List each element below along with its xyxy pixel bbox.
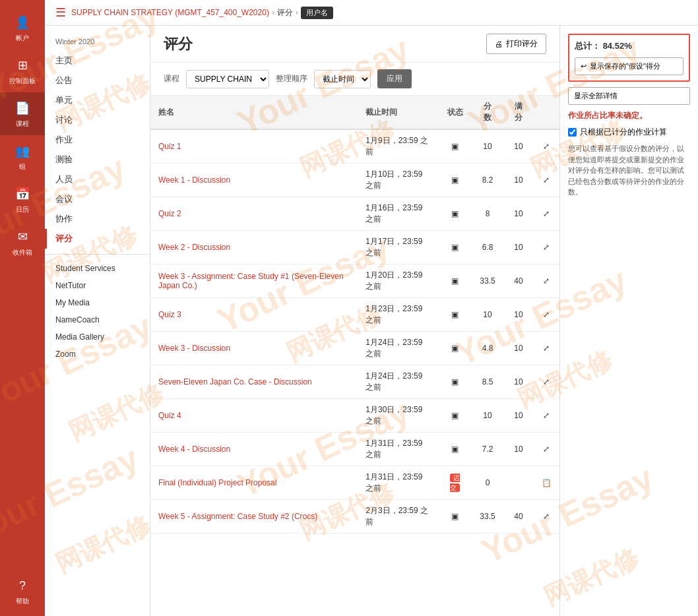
max-score-cell: 40 bbox=[503, 264, 534, 298]
total-value: 84.52% bbox=[603, 41, 632, 51]
assignment-name-cell: Quiz 1 bbox=[150, 129, 358, 164]
assignment-name-cell: Quiz 2 bbox=[150, 197, 358, 231]
max-score-cell: 10 bbox=[503, 399, 534, 433]
max-score-cell: 40 bbox=[503, 500, 534, 534]
course-filter-select[interactable]: SUPPLY CHAIN bbox=[186, 70, 269, 88]
action-cell[interactable]: ⤢ bbox=[534, 433, 559, 466]
nav-item-people[interactable]: 人员 bbox=[45, 169, 150, 189]
nav-item-announcements[interactable]: 公告 bbox=[45, 71, 150, 90]
breadcrumb-course[interactable]: SUPPLY CHAIN STRATEGY (MGMT_457_400_W202… bbox=[71, 8, 269, 17]
nav-item-mediagallery[interactable]: Media Gallery bbox=[45, 328, 150, 346]
nav-item-student-services[interactable]: Student Services bbox=[45, 260, 150, 277]
assignment-name-cell: Week 2 - Discussion bbox=[150, 231, 358, 264]
action-cell[interactable]: ⤢ bbox=[534, 197, 559, 231]
status-cell: ▣ bbox=[438, 399, 472, 433]
assignment-name-cell: Quiz 3 bbox=[150, 298, 358, 332]
nav-item-mymedia[interactable]: My Media bbox=[45, 294, 150, 311]
hamburger-menu[interactable]: ☰ bbox=[55, 5, 66, 20]
nav-item-nettutor[interactable]: NetTutor bbox=[45, 277, 150, 294]
main-panel: 评分 🖨 打印评分 课程 SUPPLY CHAIN 整理顺序 截止时间 应用 bbox=[150, 26, 559, 616]
assignment-name-cell: Quiz 4 bbox=[150, 399, 358, 433]
assignment-link[interactable]: Week 2 - Discussion bbox=[158, 243, 230, 252]
action-cell[interactable]: ⤢ bbox=[534, 500, 559, 534]
show-details-button[interactable]: 显示全部详情 bbox=[568, 87, 690, 105]
assignment-link[interactable]: Week 3 - Assignment: Case Study #1 (Seve… bbox=[158, 272, 344, 290]
table-row: Week 1 - Discussion1月10日，23:59 之前▣8.210⤢ bbox=[150, 164, 559, 197]
apply-button[interactable]: 应用 bbox=[377, 69, 412, 88]
sort-filter-select[interactable]: 截止时间 bbox=[314, 70, 371, 88]
course-filter-label: 课程 bbox=[164, 73, 179, 84]
nav-item-assignments[interactable]: 作业 bbox=[45, 130, 150, 150]
nav-item-home[interactable]: 主页 bbox=[45, 51, 150, 71]
due-date-cell: 1月9日，23:59 之前 bbox=[358, 129, 438, 164]
breadcrumb-sep2: › bbox=[296, 8, 298, 17]
action-cell[interactable]: 📋 bbox=[534, 466, 559, 500]
assignment-link[interactable]: Week 3 - Discussion bbox=[158, 344, 230, 353]
sidebar-item-calendar[interactable]: 📅 日历 bbox=[0, 178, 45, 221]
action-cell[interactable]: ⤢ bbox=[534, 332, 559, 365]
calculate-checkbox[interactable] bbox=[568, 128, 577, 137]
score-cell: 10 bbox=[472, 298, 503, 332]
courses-icon: 📄 bbox=[13, 99, 32, 117]
score-cell: 7.2 bbox=[472, 433, 503, 466]
breadcrumb-section: 评分 bbox=[277, 7, 293, 18]
nav-item-grades[interactable]: 评分 bbox=[45, 229, 150, 249]
nav-item-quizzes[interactable]: 测验 bbox=[45, 150, 150, 169]
assignment-name-cell: Week 5 - Assignment: Case Study #2 (Croc… bbox=[150, 500, 358, 534]
sidebar-item-help[interactable]: ? 帮助 bbox=[0, 570, 45, 616]
action-cell[interactable]: ⤢ bbox=[534, 129, 559, 164]
due-date-cell: 1月24日，23:59 之前 bbox=[358, 332, 438, 365]
score-cell: 33.5 bbox=[472, 264, 503, 298]
assignment-link[interactable]: Week 5 - Assignment: Case Study #2 (Croc… bbox=[158, 512, 317, 521]
sidebar-item-account[interactable]: 👤 帐户 bbox=[0, 7, 45, 49]
status-cell: ▣ bbox=[438, 433, 472, 466]
assignment-link[interactable]: Seven-Eleven Japan Co. Case - Discussion bbox=[158, 377, 312, 386]
assignment-link[interactable]: Week 1 - Discussion bbox=[158, 175, 230, 185]
table-row: Final (Individual) Project Proposal1月31日… bbox=[150, 466, 559, 500]
nav-item-conferences[interactable]: 会议 bbox=[45, 189, 150, 209]
score-cell: 8 bbox=[472, 197, 503, 231]
print-button[interactable]: 🖨 打印评分 bbox=[486, 34, 546, 54]
calendar-icon: 📅 bbox=[13, 185, 32, 203]
late-badge: 迟交 bbox=[450, 474, 460, 492]
top-bar: ☰ SUPPLY CHAIN STRATEGY (MGMT_457_400_W2… bbox=[45, 0, 698, 26]
sidebar-item-dashboard[interactable]: ⊞ 控制面板 bbox=[0, 49, 45, 92]
nav-item-modules[interactable]: 单元 bbox=[45, 90, 150, 110]
col-header-score: 分数 bbox=[472, 96, 503, 129]
inbox-icon: ✉ bbox=[13, 228, 32, 246]
table-row: Quiz 21月16日，23:59 之前▣810⤢ bbox=[150, 197, 559, 231]
total-label: 总计： bbox=[575, 41, 600, 51]
assignment-link[interactable]: Quiz 3 bbox=[158, 310, 181, 319]
action-cell[interactable]: ⤢ bbox=[534, 264, 559, 298]
assignment-link[interactable]: Quiz 1 bbox=[158, 142, 181, 151]
sidebar-item-courses[interactable]: 📄 课程 bbox=[0, 92, 45, 135]
sidebar-item-inbox[interactable]: ✉ 收件箱 bbox=[0, 221, 45, 264]
assignment-link[interactable]: Week 4 - Discussion bbox=[158, 445, 230, 454]
nav-item-zoom[interactable]: Zoom bbox=[45, 346, 150, 363]
due-date-cell: 1月31日，23:59 之前 bbox=[358, 466, 438, 500]
nav-item-namecoach[interactable]: NameCoach bbox=[45, 311, 150, 328]
action-cell[interactable]: ⤢ bbox=[534, 164, 559, 197]
account-icon: 👤 bbox=[13, 13, 32, 32]
action-cell[interactable]: ⤢ bbox=[534, 298, 559, 332]
due-date-cell: 1月24日，23:59 之前 bbox=[358, 365, 438, 399]
action-cell[interactable]: ⤢ bbox=[534, 365, 559, 399]
nav-item-collaborations[interactable]: 协作 bbox=[45, 209, 150, 229]
due-date-cell: 1月31日，23:59 之前 bbox=[358, 433, 438, 466]
assignment-link[interactable]: Quiz 2 bbox=[158, 209, 181, 218]
col-header-max: 满分 bbox=[503, 96, 534, 129]
score-cell: 6.8 bbox=[472, 231, 503, 264]
max-score-cell: 10 bbox=[503, 197, 534, 231]
help-icon: ? bbox=[13, 576, 32, 595]
action-cell[interactable]: ⤢ bbox=[534, 399, 559, 433]
assignment-name-cell: Week 1 - Discussion bbox=[150, 164, 358, 197]
panel-title: 评分 bbox=[164, 34, 193, 54]
nav-item-discussions[interactable]: 讨论 bbox=[45, 110, 150, 130]
assignment-link[interactable]: Final (Individual) Project Proposal bbox=[158, 478, 276, 487]
action-cell[interactable]: ⤢ bbox=[534, 231, 559, 264]
sidebar-label-account: 帐户 bbox=[16, 34, 29, 43]
sidebar-item-groups[interactable]: 👥 组 bbox=[0, 135, 45, 178]
score-cell: 4.8 bbox=[472, 332, 503, 365]
hypothetical-button[interactable]: ↩ 显示保存的"假设"得分 bbox=[575, 57, 683, 75]
assignment-link[interactable]: Quiz 4 bbox=[158, 411, 181, 420]
